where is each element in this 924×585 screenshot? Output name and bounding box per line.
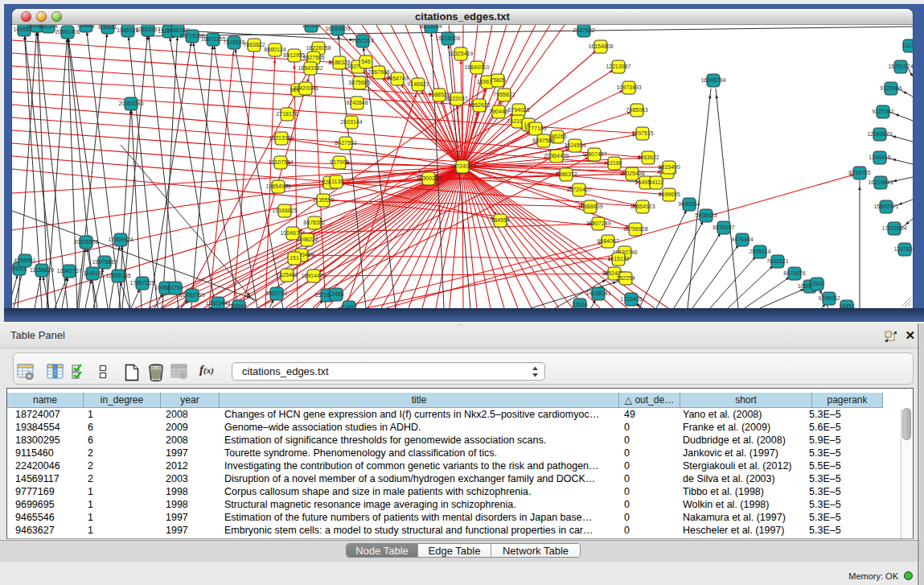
svg-text:20364436: 20364436 xyxy=(544,153,569,159)
svg-text:8878352: 8878352 xyxy=(303,220,325,225)
svg-text:8454749: 8454749 xyxy=(386,76,408,81)
svg-text:18640910: 18640910 xyxy=(464,64,489,70)
svg-text:252254: 252254 xyxy=(616,275,634,281)
svg-text:16453: 16453 xyxy=(839,303,855,308)
svg-text:12505135: 12505135 xyxy=(105,273,130,278)
svg-text:9699695: 9699695 xyxy=(658,192,680,197)
svg-text:7663822: 7663822 xyxy=(243,42,265,47)
svg-text:9245652: 9245652 xyxy=(818,295,840,301)
svg-text:12213987: 12213987 xyxy=(606,64,630,69)
svg-text:9827505: 9827505 xyxy=(302,55,324,60)
svg-text:12942: 12942 xyxy=(809,281,825,286)
svg-text:6897568: 6897568 xyxy=(532,138,554,143)
svg-text:15720407: 15720407 xyxy=(566,187,591,192)
svg-text:17957225: 17957225 xyxy=(129,280,154,286)
svg-text:16154808: 16154808 xyxy=(588,43,613,49)
svg-text:11325419: 11325419 xyxy=(449,51,474,56)
svg-text:19654935: 19654935 xyxy=(265,183,290,189)
svg-text:9815400: 9815400 xyxy=(658,164,680,170)
svg-text:8322037: 8322037 xyxy=(446,96,467,101)
svg-text:18724007: 18724007 xyxy=(450,163,474,169)
svg-text:15692971: 15692971 xyxy=(873,204,898,209)
svg-text:16107554: 16107554 xyxy=(268,159,293,165)
svg-text:75805: 75805 xyxy=(490,77,506,83)
svg-text:2087682: 2087682 xyxy=(573,27,594,33)
svg-text:546: 546 xyxy=(361,59,371,64)
svg-text:2935114: 2935114 xyxy=(749,249,771,254)
svg-text:9242848: 9242848 xyxy=(346,100,368,105)
svg-text:11156829: 11156829 xyxy=(30,267,54,273)
svg-text:9329966: 9329966 xyxy=(880,85,901,91)
svg-text:1297515: 1297515 xyxy=(631,130,653,136)
svg-text:20206505: 20206505 xyxy=(73,239,98,245)
svg-text:8813054: 8813054 xyxy=(420,25,441,29)
svg-text:9474444: 9474444 xyxy=(731,237,753,242)
svg-text:9857791: 9857791 xyxy=(265,290,287,296)
svg-text:4559061: 4559061 xyxy=(14,257,35,263)
svg-text:11130: 11130 xyxy=(329,179,344,184)
svg-text:16033809: 16033809 xyxy=(325,26,350,31)
svg-text:5938923: 5938923 xyxy=(695,212,717,218)
svg-text:184554: 184554 xyxy=(491,217,509,223)
svg-text:9777169: 9777169 xyxy=(524,126,546,131)
svg-text:6879197: 6879197 xyxy=(713,225,734,230)
svg-text:3624554: 3624554 xyxy=(564,142,585,148)
svg-text:12923448: 12923448 xyxy=(205,300,230,306)
svg-text:2603144: 2603144 xyxy=(340,119,362,125)
svg-text:1615132: 1615132 xyxy=(607,256,629,262)
svg-text:19218506: 19218506 xyxy=(435,35,460,41)
svg-text:806641: 806641 xyxy=(98,25,117,30)
svg-text:18300295: 18300295 xyxy=(416,175,441,181)
svg-text:77451: 77451 xyxy=(341,304,357,308)
svg-text:7986372: 7986372 xyxy=(555,171,577,177)
svg-text:4498222: 4498222 xyxy=(296,237,318,242)
svg-text:10807487: 10807487 xyxy=(581,151,606,157)
svg-text:2718176: 2718176 xyxy=(276,111,298,117)
svg-text:8427552: 8427552 xyxy=(335,140,356,146)
svg-text:151: 151 xyxy=(290,255,299,261)
svg-text:16648784: 16648784 xyxy=(700,77,725,83)
svg-text:2867608: 2867608 xyxy=(368,69,389,75)
svg-text:790448: 790448 xyxy=(489,109,507,114)
svg-text:1362625: 1362625 xyxy=(468,102,490,108)
svg-text:10756928: 10756928 xyxy=(622,226,647,232)
svg-text:8215755: 8215755 xyxy=(848,170,870,175)
svg-text:16914479: 16914479 xyxy=(301,273,326,278)
svg-text:1135559: 1135559 xyxy=(313,197,335,203)
svg-text:9227342: 9227342 xyxy=(872,109,893,114)
svg-text:12942757: 12942757 xyxy=(56,268,81,274)
svg-text:3875685: 3875685 xyxy=(348,80,370,85)
svg-text:1244415: 1244415 xyxy=(869,154,890,160)
svg-text:8471676: 8471676 xyxy=(783,270,805,276)
svg-text:9684067: 9684067 xyxy=(597,238,618,244)
svg-text:7955812: 7955812 xyxy=(493,92,515,97)
svg-text:9146821: 9146821 xyxy=(407,81,429,87)
svg-text:19654923: 19654923 xyxy=(630,204,655,209)
svg-text:62160: 62160 xyxy=(606,160,622,166)
svg-text:10973493: 10973493 xyxy=(616,84,641,90)
svg-text:18226058: 18226058 xyxy=(306,45,331,51)
svg-text:7625402: 7625402 xyxy=(276,272,298,278)
svg-text:19975887: 19975887 xyxy=(92,259,117,265)
svg-text:8660124: 8660124 xyxy=(264,47,285,52)
svg-text:22420046: 22420046 xyxy=(293,85,318,91)
svg-text:12213369: 12213369 xyxy=(269,135,294,141)
svg-text:81754: 81754 xyxy=(167,285,183,290)
svg-text:16543382: 16543382 xyxy=(298,65,322,71)
svg-text:10653267: 10653267 xyxy=(135,27,160,32)
svg-text:1733426: 1733426 xyxy=(620,296,642,302)
svg-text:7632621: 7632621 xyxy=(766,258,788,264)
svg-text:1167539: 1167539 xyxy=(894,246,913,252)
svg-text:19166825: 19166825 xyxy=(272,208,297,213)
svg-text:16671355: 16671355 xyxy=(200,36,225,42)
svg-text:12093873: 12093873 xyxy=(867,131,892,137)
svg-text:6794028: 6794028 xyxy=(507,107,529,113)
svg-text:20053346: 20053346 xyxy=(118,101,143,106)
svg-text:160338: 160338 xyxy=(302,25,320,28)
svg-text:11123: 11123 xyxy=(902,43,913,48)
svg-text:20691406: 20691406 xyxy=(55,29,80,35)
svg-text:22824: 22824 xyxy=(572,302,588,307)
svg-text:7357224: 7357224 xyxy=(351,38,373,43)
svg-text:7485063: 7485063 xyxy=(626,107,647,113)
svg-text:10688609: 10688609 xyxy=(577,204,602,209)
